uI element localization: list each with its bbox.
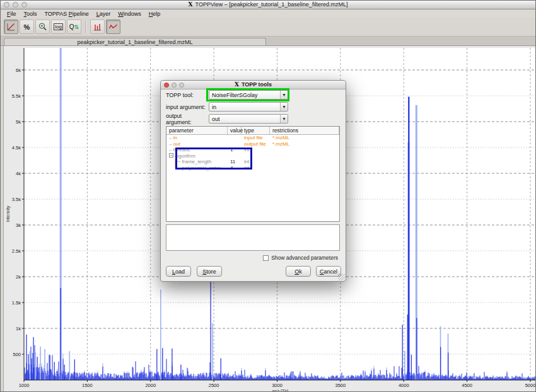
raw-data-view-button[interactable] [106,20,120,34]
param-row-out[interactable]: – outoutput file*.mzML [166,141,339,147]
toolbar: %logQ⇅ [1,18,535,37]
zoom-button[interactable] [35,20,50,34]
param-value [228,141,242,147]
column-header-type[interactable]: type [242,127,270,134]
param-type [242,153,270,159]
zoom-icon [38,22,47,32]
svg-text:5k: 5k [16,119,21,125]
topp-tool-row: TOPP tool:NoiseFilterSGolay▼ [166,90,342,100]
param-value: 11 [228,159,242,165]
param-type: input file [242,135,270,141]
menu-item-windows[interactable]: Windows [114,11,145,17]
x-axis-label: m/z [Th] [272,389,288,392]
param-name: └─ polynomial_order [166,165,228,171]
toppview-window: XTOPPView – [peakpicker_tutorial_1_basel… [0,0,536,392]
svg-text:5000: 5000 [525,383,536,388]
param-restrictions: *.mzML [270,141,339,147]
output-argument-select[interactable]: out▼ [209,114,288,124]
input-argument-select[interactable]: in▼ [209,102,288,112]
svg-text:1000: 1000 [19,383,30,388]
topp-tool-value: NoiseFilterSGolay [212,92,258,98]
param-restrictions [270,159,339,165]
raw-data-view-icon [108,22,118,32]
load-button[interactable]: Load [166,266,191,277]
param-row-polynomial_order[interactable]: └─ polynomial_order4int [166,165,339,171]
param-type: int [242,165,270,171]
svg-text:5.5k: 5.5k [12,93,21,99]
y-axis-label: Intensity [6,205,11,222]
input-argument-row: input argument:in▼ [166,102,342,112]
param-restrictions [270,153,339,159]
column-header-parameter[interactable]: parameter [166,127,228,134]
svg-text:1500: 1500 [82,383,93,388]
x11-icon: X [235,81,239,88]
param-name: – threads [166,147,228,153]
menu-item-help[interactable]: Help [145,11,165,17]
tab-bar: peakpicker_tutorial_1_baseline_filtered.… [1,37,535,46]
param-row-frame_length[interactable]: ├─ frame_length11int [166,159,339,165]
tab-mzml-file[interactable]: peakpicker_tutorial_1_baseline_filtered.… [4,38,266,45]
svg-text:2k: 2k [16,274,21,280]
cancel-button[interactable]: Cancel [316,266,341,277]
dialog-titlebar[interactable]: XTOPP tools [161,81,346,89]
ok-button[interactable]: Ok [286,266,311,277]
output-argument-row: output argument:out▼ [166,114,342,124]
chevron-down-icon: ▼ [280,91,288,99]
window-title: XTOPPView – [peakpicker_tutorial_1_basel… [1,1,535,8]
svg-text:3.5k: 3.5k [12,197,21,202]
linear-intensity-icon [6,22,16,32]
svg-text:2.5k: 2.5k [12,248,21,254]
menu-bar: FileToolsTOPPAS PipelineLayerWindowsHelp [1,9,535,18]
param-value [228,153,242,159]
topp-tools-dialog: XTOPP tools TOPP tool:NoiseFilterSGolay▼… [160,80,346,282]
menu-item-layer[interactable]: Layer [93,11,115,17]
param-name: – in [166,135,228,141]
param-row-algorithm[interactable]: −algorithm [166,153,339,159]
resize-grip[interactable] [338,274,345,280]
input-argument-label: input argument: [166,104,209,110]
peaks-view-button[interactable] [90,20,105,34]
menu-item-toppas-pipeline[interactable]: TOPPAS Pipeline [41,11,93,17]
log-intensity-button[interactable]: log [51,20,66,34]
menu-item-file[interactable]: File [3,11,20,17]
param-row-threads[interactable]: – threads1int [166,147,339,153]
svg-text:2500: 2500 [209,383,219,388]
topp-tool-label: TOPP tool: [166,92,209,98]
svg-text:4500: 4500 [462,383,472,388]
column-header-restrictions[interactable]: restrictions [270,127,339,134]
show-advanced-label: Show advanced parameters [271,255,338,261]
column-header-value[interactable]: value [228,127,242,134]
linear-intensity-button[interactable] [4,20,18,34]
dialog-title: XTOPP tools [161,81,346,88]
reset-zoom-button[interactable]: Q⇅ [67,20,81,34]
param-name: −algorithm [166,153,228,159]
param-type: output file [242,141,270,147]
param-name: ├─ frame_length [166,159,228,165]
output-argument-value: out [212,116,220,122]
input-argument-value: in [212,104,216,110]
param-value: 1 [228,147,242,153]
chevron-down-icon: ▼ [280,115,288,123]
param-restrictions: *.mzML [270,135,339,141]
param-name: – out [166,141,228,147]
reset-zoom-icon: Q⇅ [69,23,79,30]
log-intensity-icon: log [54,23,63,30]
param-value: 4 [228,165,242,171]
svg-text:3k: 3k [16,222,21,228]
parameter-table[interactable]: parametervaluetyperestrictions – ininput… [166,126,340,222]
svg-text:1k: 1k [16,326,21,331]
store-button[interactable]: Store [197,266,222,277]
svg-text:3500: 3500 [335,383,346,388]
titlebar[interactable]: XTOPPView – [peakpicker_tutorial_1_basel… [1,1,535,9]
show-advanced-checkbox[interactable] [263,255,269,261]
dialog-fields: TOPP tool:NoiseFilterSGolay▼input argume… [166,90,342,126]
percentage-intensity-button[interactable]: % [20,20,34,34]
svg-text:4k: 4k [16,171,21,176]
collapse-expander-icon[interactable]: − [169,153,173,158]
topp-tool-select[interactable]: NoiseFilterSGolay▼ [209,90,288,100]
param-restrictions [270,165,339,171]
param-restrictions [270,147,339,153]
parameter-description-box [166,224,340,251]
menu-item-tools[interactable]: Tools [20,11,41,17]
param-row-in[interactable]: – ininput file*.mzML [166,135,339,141]
